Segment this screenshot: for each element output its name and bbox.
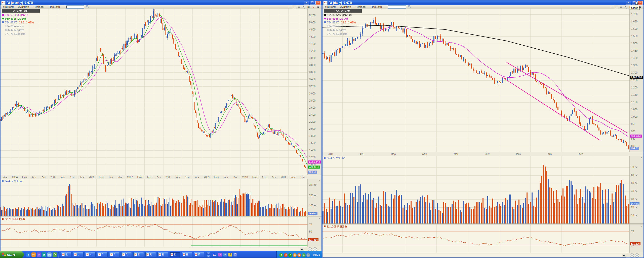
- microphone-icon[interactable]: ♪: [218, 253, 222, 256]
- close-rsi-pane-icon[interactable]: ×: [640, 224, 642, 228]
- start-button[interactable]: start: [0, 251, 24, 258]
- rsi-chart-weekly[interactable]: [1, 217, 308, 247]
- task-button[interactable]: Α: [109, 252, 120, 257]
- task-button[interactable]: Ε.: [133, 252, 144, 257]
- network-alert-icon[interactable]: ✸: [279, 253, 283, 257]
- titlebar[interactable]: ΓΔ [daily] -1.67% – ❐ ×: [323, 1, 643, 5]
- system-icon[interactable]: ❐: [306, 253, 310, 257]
- menu-periods[interactable]: Περίοδοι: [353, 5, 368, 8]
- symbol-search-input[interactable]: [66, 5, 84, 9]
- maximize-button[interactable]: ❐: [310, 1, 315, 5]
- help-icon[interactable]: ?: [228, 253, 232, 256]
- pattern-icon[interactable]: ▦: [307, 5, 310, 9]
- volume-chart-weekly[interactable]: [1, 179, 308, 216]
- menu-periods[interactable]: Περίοδοι: [31, 5, 46, 8]
- task-button[interactable]: Η: [85, 252, 96, 257]
- task-button[interactable]: Α: [97, 252, 108, 257]
- task-button[interactable]: Ε.: [157, 252, 168, 257]
- crosshair-icon[interactable]: +: [292, 5, 296, 9]
- mail-icon[interactable]: ✉: [284, 253, 288, 257]
- price-badge: 930.4615: [308, 166, 320, 169]
- scrollbar-track[interactable]: ▶: [323, 254, 626, 257]
- scrollbar-track[interactable]: ▶: [1, 248, 304, 251]
- price-chart-daily[interactable]: [323, 9, 630, 152]
- menu-view[interactable]: Προβολή: [369, 5, 384, 8]
- recycle-bin-icon[interactable]: ♻: [53, 252, 57, 257]
- task-button-label: Ε.: [186, 253, 188, 256]
- bar-spacing-icon[interactable]: ↔: [640, 253, 643, 257]
- close-button[interactable]: ×: [315, 1, 321, 5]
- menu-analysis[interactable]: Ανάλυση: [16, 5, 31, 8]
- taskbar-scroll-up-icon[interactable]: ▲: [206, 252, 210, 254]
- task-button-label: Β.: [65, 253, 68, 256]
- graphics-icon[interactable]: ◈: [302, 253, 306, 257]
- time-tick-label: Ιουν: [60, 176, 65, 179]
- task-button[interactable]: Γ.: [170, 252, 180, 257]
- menu-symbols[interactable]: Σύμβολα: [1, 5, 16, 8]
- search-icon[interactable]: [86, 5, 89, 9]
- time-tick-label: Δεκ: [42, 176, 46, 179]
- task-button[interactable]: Ι.: [73, 252, 84, 257]
- task-button-icon: [158, 253, 161, 256]
- task-button[interactable]: Β.: [61, 252, 71, 257]
- language-indicator[interactable]: EL: [213, 253, 216, 256]
- volume-tick-label: 200 εκ: [309, 194, 316, 197]
- zoom-in-icon[interactable]: +: [635, 253, 639, 257]
- rsi-label: 31.1205 RSI(14): [327, 225, 347, 228]
- symbol-search-input[interactable]: [388, 5, 406, 9]
- sync-ok-icon[interactable]: ✔: [288, 253, 292, 257]
- scheduler-icon[interactable]: ◷: [31, 252, 36, 257]
- rectangle-icon[interactable]: ▭: [619, 5, 623, 9]
- price-tick-label: 4,000: [309, 57, 315, 59]
- price-tick-label: 900: [631, 130, 635, 133]
- trendline-icon[interactable]: ╲: [624, 5, 628, 9]
- close-rsi-pane-icon[interactable]: ×: [318, 217, 320, 220]
- window-switcher-icon[interactable]: ❐: [233, 253, 237, 256]
- search-icon[interactable]: [408, 5, 411, 9]
- time-tick-label: Δεκ: [80, 176, 84, 179]
- save-icon[interactable]: ▣: [316, 5, 320, 9]
- task-button[interactable]: Ε.: [182, 252, 192, 257]
- internet-explorer-icon[interactable]: e: [26, 252, 30, 257]
- volume-icon[interactable]: ◉: [293, 253, 297, 257]
- zoom-in-icon[interactable]: +: [313, 247, 317, 251]
- crosshair-icon[interactable]: +: [614, 5, 618, 9]
- taskbar-clock[interactable]: 05:21: [313, 253, 320, 256]
- price-tick-label: 1,500: [631, 42, 637, 45]
- minimize-button[interactable]: –: [626, 1, 631, 5]
- rectangle-icon[interactable]: ▭: [297, 5, 301, 9]
- price-tick-label: 1,400: [631, 57, 637, 59]
- network-globe-icon[interactable]: ◉: [42, 252, 46, 257]
- titlebar[interactable]: ΓΔ [weekly] -1.67% – ❐ ×: [1, 1, 321, 5]
- window-title: ΓΔ [daily] -1.67%: [329, 1, 626, 5]
- task-button-label: F.: [150, 253, 152, 256]
- time-tick-label: Σεπ: [224, 176, 228, 179]
- close-volume-pane-icon[interactable]: ×: [318, 179, 320, 183]
- messenger-icon[interactable]: ☺: [37, 252, 41, 257]
- volume-chart-daily[interactable]: [323, 156, 630, 223]
- task-button[interactable]: Γ.: [121, 252, 132, 257]
- task-button[interactable]: Π: [194, 252, 204, 257]
- trendline-icon[interactable]: ╲: [302, 5, 306, 9]
- close-volume-pane-icon[interactable]: ×: [640, 156, 642, 159]
- zoom-out-icon[interactable]: −: [308, 247, 312, 251]
- zoom-out-icon[interactable]: −: [630, 253, 634, 257]
- price-chart-weekly[interactable]: [1, 9, 308, 175]
- rsi-badge: 22.7814: [308, 238, 318, 241]
- minimize-button[interactable]: –: [304, 1, 309, 5]
- volume-tick-label: 60 εκ: [631, 174, 637, 177]
- menu-view[interactable]: Προβολή: [47, 5, 62, 8]
- menu-symbols[interactable]: Σύμβολα: [323, 5, 338, 8]
- scroll-right-icon[interactable]: ▶: [300, 248, 304, 251]
- rsi-chart-daily[interactable]: [323, 224, 630, 253]
- media-player-icon[interactable]: ▣: [297, 253, 301, 257]
- chart-icon[interactable]: ∿: [311, 5, 315, 9]
- rsi-axis-weekly: 755022.7814: [308, 217, 321, 247]
- taskbar-scroll-down-icon[interactable]: ▼: [206, 255, 210, 258]
- menu-analysis[interactable]: Ανάλυση: [338, 5, 353, 8]
- bar-spacing-icon[interactable]: ↔: [318, 247, 321, 251]
- task-button[interactable]: F.: [145, 252, 156, 257]
- tablet-icon[interactable]: ✎: [223, 253, 227, 256]
- files-icon[interactable]: ▤: [47, 252, 52, 257]
- scroll-right-icon[interactable]: ▶: [622, 254, 626, 257]
